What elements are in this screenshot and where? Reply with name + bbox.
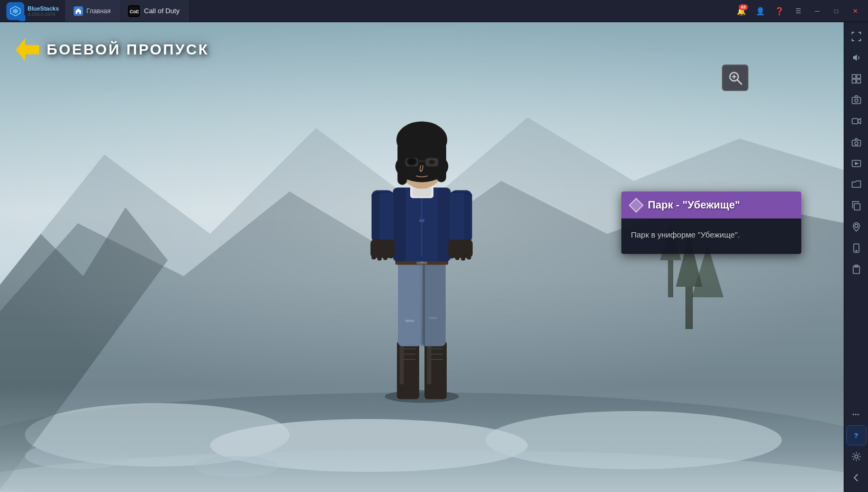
home-tab[interactable]: Главная <box>65 0 120 22</box>
svg-marker-1 <box>13 8 18 14</box>
svg-rect-54 <box>389 253 393 258</box>
titlebar: BlueStacks 4.250.0.1070 Главная CoD Call… <box>0 0 868 22</box>
layout-button[interactable] <box>846 69 866 89</box>
svg-rect-49 <box>464 190 471 243</box>
folder-button[interactable] <box>846 175 866 195</box>
game-label: Call of Duty <box>144 7 179 15</box>
record-button[interactable] <box>846 111 866 131</box>
bluestacks-name-area: BlueStacks 4.250.0.1070 <box>28 5 59 17</box>
svg-rect-53 <box>383 253 387 260</box>
settings-button[interactable] <box>846 447 866 467</box>
svg-rect-57 <box>455 253 459 260</box>
tooltip-header: Парк - "Убежище" <box>621 192 801 218</box>
help-button[interactable]: ? <box>846 425 866 445</box>
maximize-button[interactable]: □ <box>828 3 845 20</box>
bluestacks-version: 4.250.0.1070 <box>28 12 59 17</box>
svg-point-72 <box>429 160 435 164</box>
svg-rect-80 <box>857 75 861 78</box>
home-label: Главная <box>86 7 111 15</box>
notification-badge: 65 <box>739 4 748 10</box>
right-sidebar: ••• ? <box>844 22 868 492</box>
section-title: БОЕВОЙ ПРОПУСК <box>47 41 209 58</box>
svg-rect-85 <box>852 119 858 124</box>
svg-text:CoD: CoD <box>130 9 139 14</box>
back-sidebar-button[interactable] <box>846 468 866 488</box>
svg-rect-31 <box>422 261 446 346</box>
svg-point-19 <box>385 390 459 403</box>
copy-button[interactable] <box>846 196 866 216</box>
svg-rect-51 <box>372 253 376 259</box>
svg-rect-83 <box>852 97 861 104</box>
svg-rect-90 <box>854 204 860 210</box>
help-button[interactable]: ❓ <box>771 3 788 20</box>
svg-marker-89 <box>855 162 858 165</box>
bluestacks-logo-area: BlueStacks 4.250.0.1070 <box>0 2 65 20</box>
svg-rect-33 <box>429 317 437 318</box>
svg-rect-32 <box>405 320 414 322</box>
svg-rect-79 <box>852 75 856 78</box>
svg-rect-56 <box>449 253 454 258</box>
svg-line-76 <box>737 80 742 84</box>
phone-button[interactable] <box>846 238 866 258</box>
paste-button[interactable] <box>846 259 866 279</box>
tooltip-description: Парк в униформе "Убежище". <box>631 230 740 239</box>
svg-rect-81 <box>852 79 856 83</box>
minimize-button[interactable]: ─ <box>809 3 826 20</box>
svg-point-91 <box>855 224 858 227</box>
svg-rect-52 <box>377 253 382 260</box>
screenshot-button[interactable] <box>846 90 866 110</box>
svg-point-84 <box>855 99 858 102</box>
svg-rect-82 <box>857 79 861 83</box>
svg-rect-59 <box>467 253 471 259</box>
camera-button[interactable] <box>846 132 866 152</box>
home-icon <box>74 6 83 16</box>
bluestacks-name: BlueStacks <box>28 5 59 12</box>
more-button[interactable]: ••• <box>846 404 866 424</box>
svg-point-65 <box>395 150 448 182</box>
menu-button[interactable]: ☰ <box>790 3 807 20</box>
fullscreen-button[interactable] <box>846 26 866 47</box>
back-arrow-icon[interactable] <box>16 38 39 61</box>
character-figure <box>342 97 501 404</box>
svg-rect-40 <box>419 219 424 222</box>
zoom-button[interactable] <box>722 65 748 91</box>
video-button[interactable] <box>846 153 866 174</box>
svg-point-93 <box>856 250 857 251</box>
account-button[interactable]: 👤 <box>752 3 768 20</box>
svg-rect-22 <box>400 342 404 384</box>
svg-rect-58 <box>461 253 465 260</box>
notifications-button[interactable]: 🔔 65 <box>733 3 749 20</box>
svg-rect-34 <box>421 261 425 346</box>
svg-rect-23 <box>427 342 431 384</box>
tooltip-diamond-icon <box>629 197 644 212</box>
svg-rect-30 <box>398 261 421 346</box>
svg-point-87 <box>855 142 858 145</box>
close-button[interactable]: ✕ <box>847 3 864 20</box>
tooltip-body: Парк в униформе "Убежище". <box>621 218 801 254</box>
tooltip-title: Парк - "Убежище" <box>648 199 740 211</box>
bluestacks-logo <box>6 2 24 20</box>
back-button-area[interactable]: БОЕВОЙ ПРОПУСК <box>16 38 209 61</box>
game-icon: CoD <box>128 5 140 17</box>
svg-point-96 <box>855 455 858 458</box>
game-tab[interactable]: CoD Call of Duty <box>120 0 188 22</box>
svg-rect-47 <box>372 190 379 243</box>
tooltip-card: Парк - "Убежище" Парк в униформе "Убежищ… <box>621 192 801 254</box>
volume-button[interactable] <box>846 48 866 68</box>
titlebar-actions: 🔔 65 👤 ❓ ☰ ─ □ ✕ <box>733 3 868 20</box>
game-area: БОЕВОЙ ПРОПУСК Парк - "Убежище" Парк в у… <box>0 22 844 492</box>
location-button[interactable] <box>846 217 866 237</box>
svg-point-74 <box>408 158 416 165</box>
